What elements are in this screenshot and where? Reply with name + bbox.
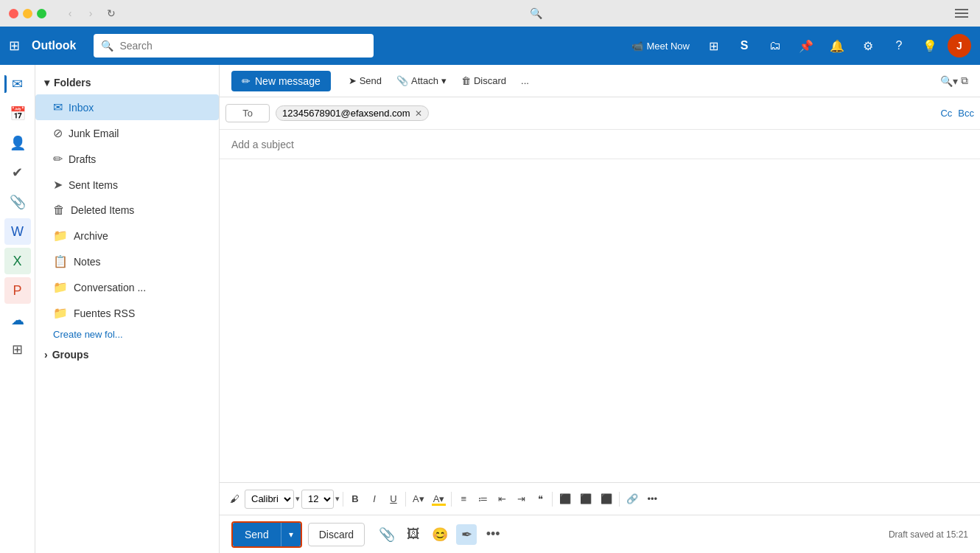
create-folder-link[interactable]: Create new fol... bbox=[35, 326, 219, 343]
align-right-button[interactable]: ⬛ bbox=[597, 490, 616, 507]
bell-icon[interactable]: 🔔 bbox=[824, 32, 850, 59]
zoom-controls: 🔍▾ ⧉ bbox=[940, 74, 968, 87]
open-in-window-button[interactable]: ⧉ bbox=[961, 74, 968, 87]
folder-item-notes[interactable]: 📋 Notes bbox=[35, 248, 219, 274]
more-format-button[interactable]: ••• bbox=[643, 490, 661, 507]
ribbon-search-box[interactable]: 🔍 bbox=[94, 34, 374, 58]
sidebar-item-mail[interactable]: ✉ bbox=[4, 71, 31, 97]
traffic-lights bbox=[9, 9, 46, 18]
title-search-icon[interactable]: 🔍 bbox=[528, 4, 545, 22]
folder-item-sent[interactable]: ➤ Sent Items bbox=[35, 172, 219, 198]
new-message-button[interactable]: ✏ New message bbox=[231, 71, 331, 91]
groups-header[interactable]: › Groups bbox=[35, 343, 219, 366]
more-options-icon[interactable]: ••• bbox=[483, 524, 503, 545]
folder-item-conversation[interactable]: 📁 Conversation ... bbox=[35, 274, 219, 300]
close-window-button[interactable] bbox=[9, 9, 18, 18]
attach-dropdown-icon: ▾ bbox=[441, 75, 447, 86]
send-dropdown-button[interactable]: ▾ bbox=[281, 523, 301, 546]
folder-panel: ▾ Folders ✉ Inbox ⊘ Junk Email ✏ Drafts … bbox=[35, 65, 220, 553]
increase-indent-button[interactable]: ⇥ bbox=[512, 490, 530, 507]
sidebar-item-calendar[interactable]: 📅 bbox=[4, 100, 31, 127]
ribbon-actions: 📹 Meet Now ⊞ S 🗂 📌 🔔 ⚙ ? 💡 J bbox=[626, 32, 971, 59]
compose-toolbar: ✏ New message ➤ Send 📎 Attach ▾ 🗑 Discar… bbox=[220, 65, 980, 97]
align-center-button[interactable]: ⬛ bbox=[576, 490, 595, 507]
discard-icon: 🗑 bbox=[461, 75, 471, 86]
folder-item-archive[interactable]: 📁 Archive bbox=[35, 223, 219, 248]
sharepoint-icon[interactable]: 🗂 bbox=[762, 32, 788, 59]
font-family-select[interactable]: Calibri bbox=[245, 490, 294, 509]
folder-item-rss[interactable]: 📁 Fuentes RSS bbox=[35, 300, 219, 326]
bullet-list-button[interactable]: ≔ bbox=[474, 490, 491, 507]
signature-icon[interactable]: ✒ bbox=[456, 524, 477, 545]
sidebar-item-word[interactable]: W bbox=[4, 218, 31, 245]
paragraph-button[interactable]: ≡ bbox=[455, 490, 472, 507]
emoji-icon[interactable]: 😊 bbox=[430, 524, 450, 545]
font-size-select[interactable]: 12 bbox=[301, 490, 334, 509]
maximize-window-button[interactable] bbox=[37, 9, 46, 18]
to-label[interactable]: To bbox=[225, 104, 270, 122]
apps-grid-icon[interactable]: ⊞ bbox=[9, 38, 20, 54]
attach-button[interactable]: 📎 Attach ▾ bbox=[391, 72, 452, 89]
title-bar: ‹ › ↻ 🔍 bbox=[0, 0, 980, 27]
format-brush-button[interactable]: 🖌 bbox=[225, 490, 243, 507]
skype-icon[interactable]: S bbox=[731, 32, 757, 59]
folders-header[interactable]: ▾ Folders bbox=[35, 71, 219, 94]
align-left-button[interactable]: ⬛ bbox=[556, 490, 575, 507]
help-icon[interactable]: ? bbox=[886, 32, 912, 59]
chevron-down-icon: ▾ bbox=[295, 494, 300, 504]
sidebar-item-onedrive[interactable]: ☁ bbox=[4, 307, 31, 333]
ribbon: ⊞ Outlook 🔍 📹 Meet Now ⊞ S 🗂 📌 🔔 ⚙ ? 💡 J bbox=[0, 27, 980, 65]
zoom-button[interactable]: 🔍▾ bbox=[940, 75, 958, 87]
font-color-button[interactable]: A▾ bbox=[430, 490, 449, 507]
send-icon: ➤ bbox=[349, 75, 357, 86]
more-toolbar-button[interactable]: ... bbox=[515, 72, 535, 89]
sidebar-item-tasks[interactable]: ✔ bbox=[4, 159, 31, 186]
attach-file-icon[interactable]: 📎 bbox=[377, 524, 397, 545]
remove-recipient-button[interactable]: ✕ bbox=[415, 108, 422, 119]
sticky-notes-icon[interactable]: 📌 bbox=[793, 32, 819, 59]
sidebar-item-apps[interactable]: ⊞ bbox=[4, 336, 31, 363]
send-button[interactable]: Send bbox=[233, 523, 281, 546]
underline-button[interactable]: U bbox=[385, 490, 402, 507]
apps-icon[interactable]: ⊞ bbox=[700, 32, 727, 59]
sidebar-item-people[interactable]: 👤 bbox=[4, 130, 31, 156]
discard-toolbar-button[interactable]: 🗑 Discard bbox=[455, 72, 512, 89]
decrease-indent-button[interactable]: ⇤ bbox=[493, 490, 511, 507]
folder-item-deleted[interactable]: 🗑 Deleted Items bbox=[35, 198, 219, 223]
insert-link-button[interactable]: 🔗 bbox=[623, 490, 642, 507]
window-menu-button[interactable] bbox=[952, 6, 971, 21]
sidebar-item-attachments[interactable]: 📎 bbox=[4, 189, 31, 215]
sidebar-icons: ✉ 📅 👤 ✔ 📎 W X P ☁ ⊞ bbox=[0, 65, 35, 553]
settings-icon[interactable]: ⚙ bbox=[855, 32, 881, 59]
compose-area: ✏ New message ➤ Send 📎 Attach ▾ 🗑 Discar… bbox=[220, 65, 980, 553]
folder-item-junk[interactable]: ⊘ Junk Email bbox=[35, 120, 219, 146]
quote-button[interactable]: ❝ bbox=[531, 490, 549, 507]
lightbulb-icon[interactable]: 💡 bbox=[917, 32, 943, 59]
refresh-button[interactable]: ↻ bbox=[102, 4, 120, 22]
user-avatar[interactable]: J bbox=[948, 34, 971, 58]
message-body[interactable] bbox=[220, 159, 980, 482]
send-bar-icons: 📎 🖼 😊 ✒ ••• bbox=[377, 524, 503, 545]
discard-button[interactable]: Discard bbox=[308, 523, 365, 546]
folder-item-inbox[interactable]: ✉ Inbox bbox=[35, 94, 219, 120]
insert-image-icon[interactable]: 🖼 bbox=[403, 524, 424, 545]
inbox-icon: ✉ bbox=[53, 100, 63, 114]
draft-saved-status: Draft saved at 15:21 bbox=[889, 529, 968, 540]
meet-now-button[interactable]: 📹 Meet Now bbox=[626, 41, 696, 52]
sent-icon: ➤ bbox=[53, 178, 63, 192]
cc-button[interactable]: Cc bbox=[940, 108, 952, 119]
bcc-button[interactable]: Bcc bbox=[958, 108, 974, 119]
forward-button[interactable]: › bbox=[82, 4, 99, 22]
back-button[interactable]: ‹ bbox=[61, 4, 79, 22]
folder-item-drafts[interactable]: ✏ Drafts bbox=[35, 146, 219, 172]
search-icon: 🔍 bbox=[101, 40, 113, 52]
bold-button[interactable]: B bbox=[346, 490, 364, 507]
subject-input[interactable] bbox=[231, 139, 968, 150]
italic-button[interactable]: I bbox=[365, 490, 383, 507]
highlight-button[interactable]: A▾ bbox=[409, 490, 428, 507]
sidebar-item-excel[interactable]: X bbox=[4, 248, 31, 274]
search-input[interactable] bbox=[119, 40, 366, 52]
sidebar-item-powerpoint[interactable]: P bbox=[4, 277, 31, 304]
minimize-window-button[interactable] bbox=[23, 9, 32, 18]
send-toolbar-button[interactable]: ➤ Send bbox=[343, 72, 388, 89]
